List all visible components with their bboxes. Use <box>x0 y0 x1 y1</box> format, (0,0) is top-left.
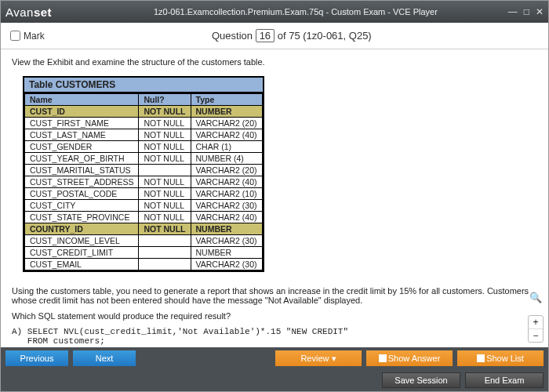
table-row: CUST_LAST_NAMENOT NULLVARCHAR2 (40) <box>25 129 263 141</box>
table-row: CUST_MARITIAL_STATUSVARCHAR2 (20) <box>25 165 263 176</box>
question-suffix: of 75 (1z0-061, Q25) <box>278 30 372 42</box>
zoom-out-button[interactable]: − <box>529 329 543 342</box>
zoom-control: + − <box>528 315 544 343</box>
next-button[interactable]: Next <box>73 350 136 366</box>
content-area[interactable]: View the Exhibit and examine the structu… <box>1 49 548 347</box>
table-row: CUST_YEAR_OF_BIRTHNOT NULLNUMBER (4) <box>25 153 263 165</box>
table-row: CUST_CREDIT_LIMITNUMBER <box>25 247 263 259</box>
option-a[interactable]: A) SELECT NVL(cust_credit_limit,'Not Ava… <box>12 327 537 346</box>
table-row: COUNTRY_IDNOT NULLNUMBER <box>25 223 263 235</box>
question-number: 16 <box>256 29 274 42</box>
table-row: CUST_POSTAL_CODENOT NULLVARCHAR2 (10) <box>25 188 263 200</box>
titlebar: Avanset 1z0-061.Examcollection.Premium.E… <box>1 1 548 23</box>
exhibit-table: Table CUSTOMERS NameNull?Type CUST_IDNOT… <box>23 76 264 272</box>
mark-checkbox[interactable] <box>10 31 20 41</box>
table-row: CUST_IDNOT NULLNUMBER <box>25 106 263 118</box>
table-row: CUST_GENDERNOT NULLCHAR (1) <box>25 141 263 153</box>
mark-label: Mark <box>24 31 45 42</box>
question-prefix: Question <box>212 30 253 42</box>
show-list-button[interactable]: Show List <box>457 350 544 366</box>
save-session-button[interactable]: Save Session <box>382 372 460 388</box>
exhibit-title: Table CUSTOMERS <box>24 78 263 93</box>
footer: Previous Next Review ▾ Show Answer Show … <box>1 347 548 391</box>
show-answer-button[interactable]: Show Answer <box>366 350 453 366</box>
question-para-1: Using the customers table, you need to g… <box>12 286 537 305</box>
question-bar: Mark Question 16 of 75 (1z0-061, Q25) <box>1 23 548 49</box>
table-row: CUST_STATE_PROVINCENOT NULLVARCHAR2 (40) <box>25 212 263 223</box>
col-header: Type <box>191 94 262 106</box>
table-row: CUST_CITYNOT NULLVARCHAR2 (30) <box>25 200 263 212</box>
table-row: CUST_EMAILVARCHAR2 (30) <box>25 259 263 270</box>
instruction-text: View the Exhibit and examine the structu… <box>12 57 537 67</box>
table-row: CUST_STREET_ADDRESSNOT NULLVARCHAR2 (40) <box>25 176 263 188</box>
previous-button[interactable]: Previous <box>5 350 68 366</box>
col-header: Null? <box>139 94 191 106</box>
end-exam-button[interactable]: End Exam <box>465 372 544 388</box>
question-para-2: Which SQL statement would produce the re… <box>12 311 537 321</box>
zoom-in-button[interactable]: + <box>529 316 543 329</box>
table-row: CUST_FIRST_NAMENOT NULLVARCHAR2 (20) <box>25 118 263 129</box>
window-title: 1z0-061.Examcollection.Premium.Exam.75q … <box>83 7 508 16</box>
col-header: Name <box>25 94 139 106</box>
table-row: CUST_INCOME_LEVELVARCHAR2 (30) <box>25 235 263 247</box>
maximize-icon[interactable]: □ <box>524 6 529 17</box>
review-button[interactable]: Review ▾ <box>275 350 362 366</box>
app-logo: Avanset <box>5 5 52 19</box>
close-icon[interactable]: ✕ <box>536 6 544 17</box>
minimize-icon[interactable]: — <box>508 6 518 17</box>
magnify-icon[interactable]: 🔍 <box>529 292 542 303</box>
